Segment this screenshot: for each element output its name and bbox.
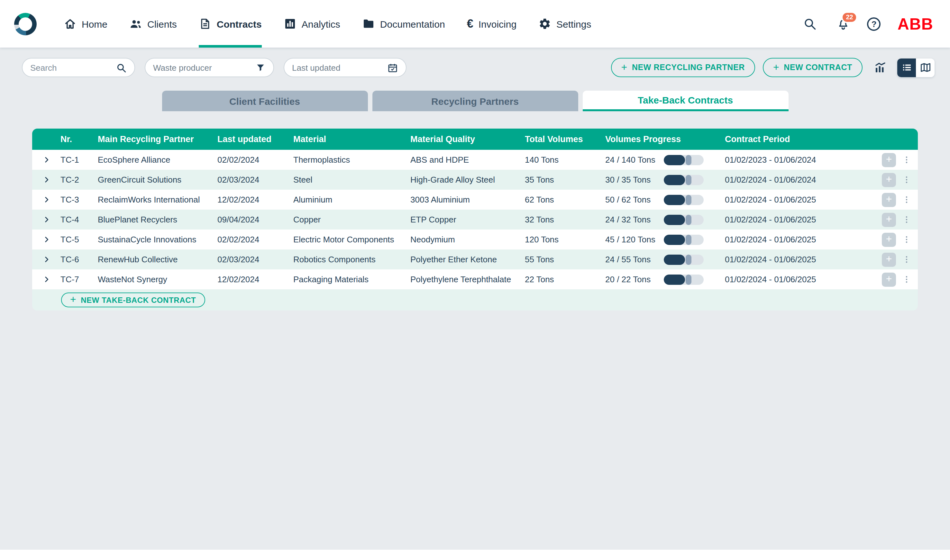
row-total-volumes: 22 Tons <box>525 275 605 284</box>
progress-label: 45 / 120 Tons <box>605 235 656 244</box>
row-menu-button[interactable] <box>901 233 913 246</box>
new-contract-button[interactable]: + NEW CONTRACT <box>763 58 862 77</box>
row-menu-button[interactable] <box>901 273 913 285</box>
chevron-right-icon <box>42 235 51 244</box>
kebab-menu-icon <box>902 175 912 185</box>
nav-item-settings[interactable]: Settings <box>538 0 591 48</box>
progress-bar <box>664 214 704 225</box>
row-partner: SustainaCycle Innovations <box>98 235 217 244</box>
row-add-button[interactable]: + <box>882 252 896 266</box>
last-updated-filter[interactable]: Last updated <box>284 58 406 77</box>
waste-producer-filter[interactable]: Waste producer <box>145 58 274 77</box>
plus-icon: + <box>621 62 627 72</box>
nav-label: Documentation <box>380 18 445 29</box>
row-add-button[interactable]: + <box>882 172 896 187</box>
row-partner: RenewHub Collective <box>98 255 217 264</box>
tab-label: Client Facilities <box>229 95 300 106</box>
row-expand-button[interactable] <box>41 254 52 265</box>
nav-item-documentation[interactable]: Documentation <box>362 0 445 48</box>
table-row[interactable]: TC-3 ReclaimWorks International 12/02/20… <box>32 190 918 209</box>
row-actions: + <box>873 252 918 266</box>
plus-icon: + <box>773 62 779 72</box>
row-material: Robotics Components <box>293 255 410 264</box>
row-material-quality: ABS and HDPE <box>410 155 525 165</box>
kebab-menu-icon <box>902 255 912 264</box>
row-menu-button[interactable] <box>901 214 913 226</box>
map-view-button[interactable] <box>916 58 935 77</box>
column-header-nr: Nr. <box>60 134 98 144</box>
help-button[interactable]: ? <box>867 17 881 31</box>
row-partner: BluePlanet Recyclers <box>98 215 217 225</box>
row-total-volumes: 35 Tons <box>525 175 605 185</box>
row-actions: + <box>873 172 918 187</box>
table-footer-row: + NEW TAKE-BACK CONTRACT <box>32 289 918 311</box>
column-header-contract-period: Contract Period <box>725 134 873 144</box>
nav-item-analytics[interactable]: Analytics <box>284 0 340 48</box>
row-contract-period: 01/02/2023 - 01/06/2024 <box>725 155 873 165</box>
row-menu-button[interactable] <box>901 174 913 186</box>
column-header-last-updated: Last updated <box>217 134 293 144</box>
last-updated-filter-label: Last updated <box>292 63 340 72</box>
search-field[interactable] <box>22 58 135 77</box>
progress-bar-secondary-segment <box>686 274 692 285</box>
search-input[interactable] <box>30 63 116 72</box>
progress-bar-secondary-segment <box>686 254 692 265</box>
list-view-button[interactable] <box>897 58 916 77</box>
global-search-button[interactable] <box>801 14 820 34</box>
table-row[interactable]: TC-7 WasteNot Synergy 12/02/2024 Packagi… <box>32 269 918 289</box>
expand-cell <box>32 234 60 245</box>
kebab-menu-icon <box>902 155 912 165</box>
row-add-button[interactable]: + <box>882 272 896 286</box>
row-partner: ReclaimWorks International <box>98 195 217 205</box>
nav-item-clients[interactable]: Clients <box>129 0 177 48</box>
row-material: Packaging Materials <box>293 275 410 284</box>
row-expand-button[interactable] <box>41 214 52 225</box>
chart-view-button[interactable] <box>870 58 890 77</box>
row-nr: TC-2 <box>60 175 98 185</box>
kebab-menu-icon <box>902 215 912 225</box>
row-actions: + <box>873 153 918 167</box>
row-add-button[interactable]: + <box>882 153 896 167</box>
row-last-updated: 02/03/2024 <box>217 255 293 264</box>
row-nr: TC-1 <box>60 155 98 165</box>
notifications-button[interactable]: 22 <box>836 17 851 31</box>
progress-bar <box>664 274 704 285</box>
row-last-updated: 02/03/2024 <box>217 175 293 185</box>
tab-recycling-partners[interactable]: Recycling Partners <box>372 91 578 111</box>
progress-bar-filled-segment <box>664 155 685 165</box>
row-menu-button[interactable] <box>901 253 913 266</box>
table-row[interactable]: TC-2 GreenCircuit Solutions 02/03/2024 S… <box>32 170 918 190</box>
row-expand-button[interactable] <box>41 234 52 245</box>
new-take-back-contract-button[interactable]: + NEW TAKE-BACK CONTRACT <box>61 292 205 307</box>
tab-client-facilities[interactable]: Client Facilities <box>162 91 368 111</box>
row-expand-button[interactable] <box>41 154 52 165</box>
row-volumes-progress: 20 / 22 Tons <box>605 274 725 285</box>
row-add-button[interactable]: + <box>882 212 896 227</box>
table-row[interactable]: TC-4 BluePlanet Recyclers 09/04/2024 Cop… <box>32 209 918 229</box>
tab-take-back-contracts[interactable]: Take-Back Contracts <box>582 91 788 111</box>
row-menu-button[interactable] <box>901 154 913 166</box>
table-row[interactable]: TC-1 EcoSphere Alliance 02/02/2024 Therm… <box>32 150 918 170</box>
row-add-button[interactable]: + <box>882 192 896 207</box>
bottom-strip <box>0 550 950 560</box>
top-nav: Home Clients Contracts Analytics Documen… <box>0 0 950 48</box>
nav-item-invoicing[interactable]: € Invoicing <box>467 0 516 48</box>
row-expand-button[interactable] <box>41 174 52 185</box>
row-expand-button[interactable] <box>41 274 52 285</box>
new-recycling-partner-button[interactable]: + NEW RECYCLING PARTNER <box>611 58 755 77</box>
row-menu-button[interactable] <box>901 194 913 206</box>
analytics-icon <box>284 17 297 30</box>
row-nr: TC-7 <box>60 275 98 284</box>
table-row[interactable]: TC-6 RenewHub Collective 02/03/2024 Robo… <box>32 249 918 269</box>
row-volumes-progress: 45 / 120 Tons <box>605 234 725 245</box>
kebab-menu-icon <box>902 275 912 284</box>
chevron-right-icon <box>42 155 51 164</box>
row-expand-button[interactable] <box>41 194 52 205</box>
nav-item-contracts[interactable]: Contracts <box>199 0 262 48</box>
nav-item-home[interactable]: Home <box>64 0 108 48</box>
row-add-button[interactable]: + <box>882 232 896 246</box>
progress-bar-filled-segment <box>664 194 685 205</box>
column-header-total-volumes: Total Volumes <box>525 134 605 144</box>
chart-view-icon <box>873 61 887 74</box>
table-row[interactable]: TC-5 SustainaCycle Innovations 02/02/202… <box>32 229 918 249</box>
